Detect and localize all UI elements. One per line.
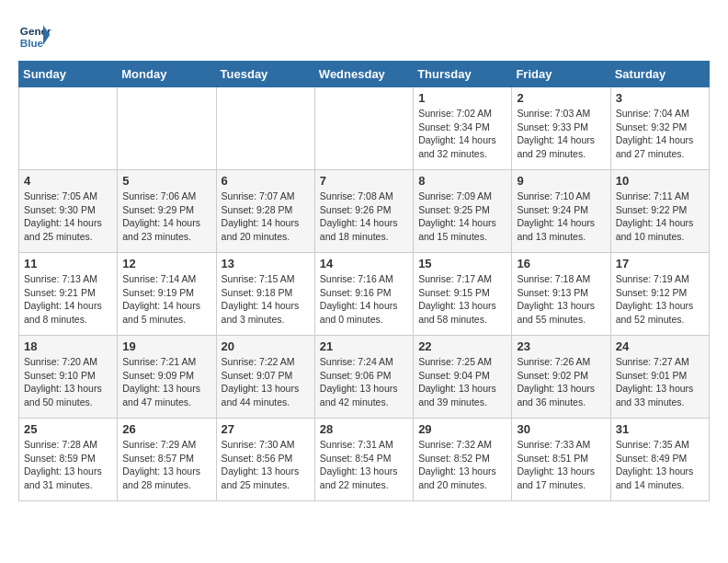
day-number: 30 <box>517 422 605 436</box>
logo: General Blue <box>18 18 55 52</box>
day-number: 5 <box>122 174 210 188</box>
day-info: Sunrise: 7:32 AM Sunset: 8:52 PM Dayligh… <box>418 438 506 492</box>
day-cell <box>118 87 216 170</box>
day-number: 19 <box>122 339 210 353</box>
day-number: 27 <box>222 422 310 436</box>
day-cell: 2Sunrise: 7:03 AM Sunset: 9:33 PM Daylig… <box>512 87 610 170</box>
day-cell: 25Sunrise: 7:28 AM Sunset: 8:59 PM Dayli… <box>19 419 118 501</box>
header-day-friday: Friday <box>512 62 610 87</box>
day-number: 31 <box>616 422 704 436</box>
day-cell: 21Sunrise: 7:24 AM Sunset: 9:06 PM Dayli… <box>314 336 413 419</box>
day-cell: 11Sunrise: 7:13 AM Sunset: 9:21 PM Dayli… <box>19 253 118 336</box>
day-info: Sunrise: 7:10 AM Sunset: 9:24 PM Dayligh… <box>517 190 605 244</box>
day-info: Sunrise: 7:16 AM Sunset: 9:16 PM Dayligh… <box>320 272 408 327</box>
svg-text:Blue: Blue <box>20 37 44 49</box>
day-number: 12 <box>122 257 210 270</box>
logo-icon: General Blue <box>18 18 51 52</box>
day-info: Sunrise: 7:08 AM Sunset: 9:26 PM Dayligh… <box>320 190 408 244</box>
day-info: Sunrise: 7:28 AM Sunset: 8:59 PM Dayligh… <box>24 438 112 492</box>
day-info: Sunrise: 7:24 AM Sunset: 9:06 PM Dayligh… <box>320 355 408 409</box>
header-row: SundayMondayTuesdayWednesdayThursdayFrid… <box>19 62 710 87</box>
day-number: 6 <box>222 174 310 188</box>
header-day-thursday: Thursday <box>414 62 512 87</box>
day-info: Sunrise: 7:35 AM Sunset: 8:49 PM Dayligh… <box>616 438 704 492</box>
day-cell: 13Sunrise: 7:15 AM Sunset: 9:18 PM Dayli… <box>216 253 314 336</box>
day-cell: 20Sunrise: 7:22 AM Sunset: 9:07 PM Dayli… <box>216 336 314 419</box>
day-number: 7 <box>320 174 408 188</box>
header-day-sunday: Sunday <box>19 62 118 87</box>
day-info: Sunrise: 7:17 AM Sunset: 9:15 PM Dayligh… <box>418 272 506 327</box>
day-cell: 1Sunrise: 7:02 AM Sunset: 9:34 PM Daylig… <box>414 87 512 170</box>
day-info: Sunrise: 7:29 AM Sunset: 8:57 PM Dayligh… <box>122 438 210 492</box>
day-info: Sunrise: 7:33 AM Sunset: 8:51 PM Dayligh… <box>517 438 605 492</box>
day-cell: 18Sunrise: 7:20 AM Sunset: 9:10 PM Dayli… <box>19 336 118 419</box>
calendar-table: SundayMondayTuesdayWednesdayThursdayFrid… <box>18 61 710 501</box>
day-number: 3 <box>616 91 704 105</box>
day-number: 25 <box>24 422 112 436</box>
day-info: Sunrise: 7:31 AM Sunset: 8:54 PM Dayligh… <box>320 438 408 492</box>
day-info: Sunrise: 7:02 AM Sunset: 9:34 PM Dayligh… <box>418 107 506 161</box>
day-number: 11 <box>24 257 112 270</box>
day-info: Sunrise: 7:18 AM Sunset: 9:13 PM Dayligh… <box>517 272 605 327</box>
week-row-4: 18Sunrise: 7:20 AM Sunset: 9:10 PM Dayli… <box>19 336 710 419</box>
day-cell <box>19 87 118 170</box>
day-number: 1 <box>418 91 506 105</box>
day-number: 22 <box>418 339 506 353</box>
page-header: General Blue <box>18 18 710 52</box>
day-info: Sunrise: 7:13 AM Sunset: 9:21 PM Dayligh… <box>24 272 112 327</box>
day-number: 9 <box>517 174 605 188</box>
day-number: 24 <box>616 339 704 353</box>
day-cell: 28Sunrise: 7:31 AM Sunset: 8:54 PM Dayli… <box>314 419 413 501</box>
day-cell: 4Sunrise: 7:05 AM Sunset: 9:30 PM Daylig… <box>19 170 118 253</box>
day-cell: 10Sunrise: 7:11 AM Sunset: 9:22 PM Dayli… <box>610 170 709 253</box>
day-cell: 7Sunrise: 7:08 AM Sunset: 9:26 PM Daylig… <box>314 170 413 253</box>
day-info: Sunrise: 7:03 AM Sunset: 9:33 PM Dayligh… <box>517 107 605 161</box>
day-info: Sunrise: 7:07 AM Sunset: 9:28 PM Dayligh… <box>222 190 310 244</box>
day-number: 26 <box>122 422 210 436</box>
day-cell: 24Sunrise: 7:27 AM Sunset: 9:01 PM Dayli… <box>610 336 709 419</box>
day-number: 20 <box>222 339 310 353</box>
day-cell: 5Sunrise: 7:06 AM Sunset: 9:29 PM Daylig… <box>118 170 216 253</box>
day-cell: 23Sunrise: 7:26 AM Sunset: 9:02 PM Dayli… <box>512 336 610 419</box>
day-number: 16 <box>517 257 605 270</box>
day-info: Sunrise: 7:04 AM Sunset: 9:32 PM Dayligh… <box>616 107 704 161</box>
day-cell: 19Sunrise: 7:21 AM Sunset: 9:09 PM Dayli… <box>118 336 216 419</box>
day-cell: 26Sunrise: 7:29 AM Sunset: 8:57 PM Dayli… <box>118 419 216 501</box>
day-info: Sunrise: 7:09 AM Sunset: 9:25 PM Dayligh… <box>418 190 506 244</box>
day-info: Sunrise: 7:06 AM Sunset: 9:29 PM Dayligh… <box>122 190 210 244</box>
day-info: Sunrise: 7:20 AM Sunset: 9:10 PM Dayligh… <box>24 355 112 409</box>
day-cell: 9Sunrise: 7:10 AM Sunset: 9:24 PM Daylig… <box>512 170 610 253</box>
day-cell: 16Sunrise: 7:18 AM Sunset: 9:13 PM Dayli… <box>512 253 610 336</box>
day-number: 15 <box>418 257 506 270</box>
day-cell: 30Sunrise: 7:33 AM Sunset: 8:51 PM Dayli… <box>512 419 610 501</box>
week-row-2: 4Sunrise: 7:05 AM Sunset: 9:30 PM Daylig… <box>19 170 710 253</box>
day-cell: 29Sunrise: 7:32 AM Sunset: 8:52 PM Dayli… <box>414 419 512 501</box>
day-cell <box>314 87 413 170</box>
header-day-wednesday: Wednesday <box>314 62 413 87</box>
day-info: Sunrise: 7:11 AM Sunset: 9:22 PM Dayligh… <box>616 190 704 244</box>
day-info: Sunrise: 7:22 AM Sunset: 9:07 PM Dayligh… <box>222 355 310 409</box>
day-cell: 3Sunrise: 7:04 AM Sunset: 9:32 PM Daylig… <box>610 87 709 170</box>
day-cell: 31Sunrise: 7:35 AM Sunset: 8:49 PM Dayli… <box>610 419 709 501</box>
header-day-monday: Monday <box>118 62 216 87</box>
day-info: Sunrise: 7:15 AM Sunset: 9:18 PM Dayligh… <box>222 272 310 327</box>
week-row-3: 11Sunrise: 7:13 AM Sunset: 9:21 PM Dayli… <box>19 253 710 336</box>
day-info: Sunrise: 7:27 AM Sunset: 9:01 PM Dayligh… <box>616 355 704 409</box>
day-number: 23 <box>517 339 605 353</box>
day-number: 29 <box>418 422 506 436</box>
day-info: Sunrise: 7:30 AM Sunset: 8:56 PM Dayligh… <box>222 438 310 492</box>
day-number: 18 <box>24 339 112 353</box>
day-number: 8 <box>418 174 506 188</box>
day-cell: 8Sunrise: 7:09 AM Sunset: 9:25 PM Daylig… <box>414 170 512 253</box>
day-number: 4 <box>24 174 112 188</box>
day-cell: 12Sunrise: 7:14 AM Sunset: 9:19 PM Dayli… <box>118 253 216 336</box>
header-day-saturday: Saturday <box>610 62 709 87</box>
day-cell: 14Sunrise: 7:16 AM Sunset: 9:16 PM Dayli… <box>314 253 413 336</box>
day-info: Sunrise: 7:26 AM Sunset: 9:02 PM Dayligh… <box>517 355 605 409</box>
day-number: 21 <box>320 339 408 353</box>
day-cell <box>216 87 314 170</box>
day-cell: 17Sunrise: 7:19 AM Sunset: 9:12 PM Dayli… <box>610 253 709 336</box>
week-row-1: 1Sunrise: 7:02 AM Sunset: 9:34 PM Daylig… <box>19 87 710 170</box>
day-number: 13 <box>222 257 310 270</box>
week-row-5: 25Sunrise: 7:28 AM Sunset: 8:59 PM Dayli… <box>19 419 710 501</box>
